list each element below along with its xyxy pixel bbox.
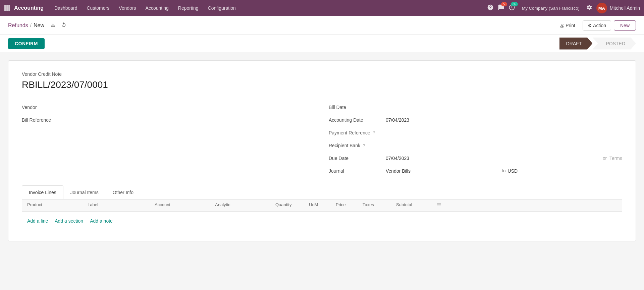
new-button[interactable]: New [614, 20, 636, 31]
add-note-link[interactable]: Add a note [90, 218, 113, 224]
accounting-date-value[interactable]: 07/04/2023 [386, 117, 622, 123]
invoice-lines-table: Product Label Account Analytic Quantity … [22, 199, 622, 230]
col-subtotal: Subtotal [396, 202, 436, 209]
payment-reference-field-row: Payment Reference ? [329, 126, 622, 139]
nav-vendors[interactable]: Vendors [115, 3, 140, 13]
tab-invoice-lines[interactable]: Invoice Lines [22, 185, 63, 199]
breadcrumb-separator: / [30, 22, 32, 28]
due-date-or: or [603, 156, 607, 161]
top-navigation: Accounting Dashboard Customers Vendors A… [0, 0, 644, 16]
form-right-column: Bill Date Accounting Date 07/04/2023 Pay… [322, 101, 622, 177]
nav-configuration[interactable]: Configuration [204, 3, 240, 13]
bill-reference-field-row: Bill Reference [22, 114, 302, 126]
col-account: Account [155, 202, 215, 209]
tabs: Invoice Lines Journal Items Other Info [22, 185, 622, 199]
print-button[interactable]: 🖨 Print [555, 21, 580, 30]
company-name: My Company (San Francisco) [522, 6, 580, 11]
status-step-draft[interactable]: DRAFT [559, 38, 593, 50]
action-icon: ⚙ [588, 23, 592, 28]
journal-currency[interactable]: USD [508, 168, 622, 174]
svg-rect-5 [8, 7, 10, 9]
svg-rect-0 [4, 5, 6, 7]
action-button[interactable]: ⚙ Action [583, 20, 611, 31]
form-fields: Vendor Bill Reference Bill Date [22, 101, 622, 177]
grid-menu-icon[interactable] [4, 5, 10, 12]
support-icon[interactable] [487, 4, 494, 12]
payment-reference-label: Payment Reference ? [329, 130, 386, 135]
col-quantity: Quantity [275, 202, 309, 209]
payment-reference-input[interactable] [386, 130, 622, 135]
nav-accounting[interactable]: Accounting [142, 3, 173, 13]
journal-value[interactable]: Vendor Bills [386, 168, 500, 174]
settings-icon[interactable] [586, 4, 592, 12]
status-bar: CONFIRM DRAFT POSTED [0, 35, 644, 52]
add-actions: Add a line Add a section Add a note [27, 216, 617, 226]
col-taxes: Taxes [363, 202, 396, 209]
svg-rect-6 [4, 9, 6, 11]
col-analytic: Analytic [215, 202, 275, 209]
breadcrumb-actions [49, 21, 68, 30]
breadcrumb: Refunds / New [8, 21, 555, 30]
payment-reference-help-icon: ? [373, 131, 375, 135]
form-left-column: Vendor Bill Reference [22, 101, 322, 177]
nav-reporting[interactable]: Reporting [174, 3, 203, 13]
journal-label: Journal [329, 168, 386, 174]
user-name: Mitchell Admin [610, 5, 640, 11]
table-header: Product Label Account Analytic Quantity … [22, 199, 622, 212]
col-product: Product [27, 202, 88, 209]
nav-dashboard[interactable]: Dashboard [50, 3, 82, 13]
user-menu[interactable]: MA Mitchell Admin [596, 3, 640, 13]
bill-date-input[interactable] [386, 105, 622, 110]
vendor-label: Vendor [22, 105, 79, 110]
recipient-bank-value[interactable] [386, 143, 622, 148]
recipient-bank-field-row: Recipient Bank ? [329, 139, 622, 152]
bill-date-label: Bill Date [329, 105, 386, 110]
journal-field-row: Journal Vendor Bills in USD [329, 165, 622, 177]
activity-icon[interactable]: 36 [508, 4, 515, 12]
print-icon: 🖨 [559, 23, 564, 28]
chat-icon[interactable]: 5 [498, 4, 504, 12]
payment-reference-value[interactable] [386, 130, 622, 135]
svg-rect-1 [6, 5, 8, 7]
bill-reference-value[interactable] [79, 117, 302, 123]
status-step-posted[interactable]: POSTED [592, 38, 636, 50]
svg-rect-7 [6, 9, 8, 11]
recipient-bank-label: Recipient Bank ? [329, 143, 386, 148]
breadcrumb-current: New [34, 22, 44, 28]
recipient-bank-help-icon: ? [363, 143, 365, 148]
tab-journal-items[interactable]: Journal Items [63, 185, 106, 199]
document-number: RBILL/2023/07/0001 [22, 79, 622, 90]
tab-other-info[interactable]: Other Info [106, 185, 141, 199]
main-content: Vendor Credit Note RBILL/2023/07/0001 Ve… [0, 52, 644, 249]
save-manually-icon[interactable] [49, 21, 57, 30]
bill-date-field-row: Bill Date [329, 101, 622, 114]
col-label: Label [88, 202, 155, 209]
document-type: Vendor Credit Note [22, 71, 622, 77]
add-line-link[interactable]: Add a line [27, 218, 48, 224]
bill-reference-input[interactable] [79, 117, 302, 123]
col-uom: UoM [309, 202, 336, 209]
recipient-bank-input[interactable] [386, 143, 622, 148]
add-section-link[interactable]: Add a section [55, 218, 83, 224]
app-brand[interactable]: Accounting [14, 5, 44, 11]
svg-rect-4 [6, 7, 8, 9]
bill-date-value[interactable] [386, 105, 622, 110]
nav-customers[interactable]: Customers [83, 3, 114, 13]
terms-link[interactable]: Terms [609, 156, 622, 161]
svg-rect-8 [8, 9, 10, 11]
svg-rect-2 [8, 5, 10, 7]
due-date-value[interactable]: 07/04/2023 [386, 156, 600, 161]
vendor-value[interactable] [79, 105, 302, 110]
col-actions [436, 202, 450, 209]
accounting-date-field-row: Accounting Date 07/04/2023 [329, 114, 622, 126]
confirm-button[interactable]: CONFIRM [8, 38, 45, 49]
vendor-input[interactable] [79, 105, 302, 110]
discard-icon[interactable] [60, 21, 68, 30]
breadcrumb-parent[interactable]: Refunds [8, 22, 28, 28]
table-body: Add a line Add a section Add a note [22, 212, 622, 230]
due-date-field-row: Due Date 07/04/2023 or Terms [329, 152, 622, 165]
svg-rect-3 [4, 7, 6, 9]
activity-badge: 36 [511, 2, 518, 6]
journal-in-label: in [502, 168, 505, 173]
breadcrumb-bar: Refunds / New 🖨 Print ⚙ Action New [0, 16, 644, 35]
